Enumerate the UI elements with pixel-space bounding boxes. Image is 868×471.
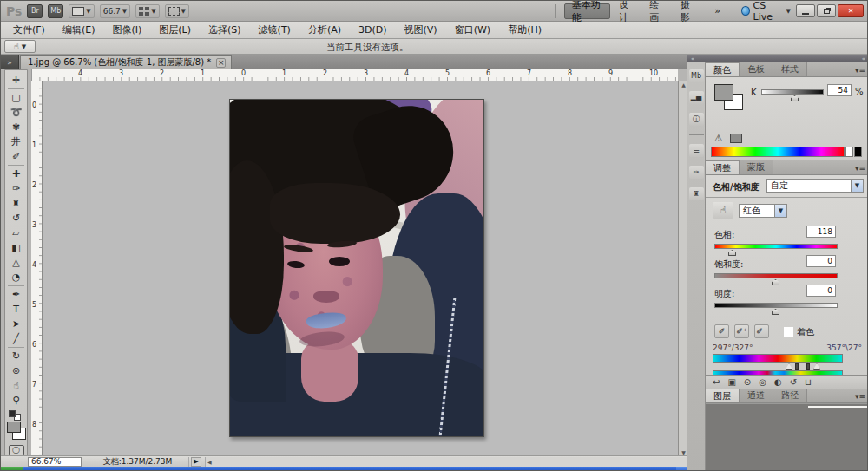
lightness-slider-thumb[interactable] (772, 309, 779, 315)
quick-mask-button[interactable]: ◯ (9, 445, 24, 455)
range-end-handle[interactable] (806, 363, 810, 370)
tool-10[interactable]: ▱ (7, 226, 25, 240)
workspace-button-2[interactable]: 绘画 (642, 3, 671, 19)
tool-19[interactable]: ⊚ (7, 363, 25, 378)
menu-item-5[interactable]: 滤镜(T) (250, 23, 299, 36)
tool-18[interactable]: ↻ (7, 349, 25, 363)
vertical-scrollbar[interactable]: ▲ ▼ (678, 81, 687, 456)
document-tab[interactable]: 1.jpg @ 66.7% (色相/饱和度 1, 图层蒙版/8) * × (20, 55, 232, 69)
panel-dock-header[interactable]: « « (687, 55, 868, 62)
tool-4[interactable]: 井 (7, 134, 25, 149)
workspace-overflow-button[interactable]: » (707, 3, 727, 19)
menu-item-7[interactable]: 3D(D) (350, 24, 396, 36)
saturation-value-field[interactable] (806, 255, 836, 267)
range-falloff-left-handle[interactable] (786, 363, 792, 370)
tool-9[interactable]: ↺ (7, 211, 25, 226)
tool-20[interactable]: ☝ (7, 378, 25, 393)
minimize-button[interactable] (796, 4, 815, 17)
tool-2[interactable]: ➰ (7, 105, 25, 120)
layers-panel-tab-1[interactable]: 通道 (740, 389, 773, 402)
collapse-panels-icon[interactable]: « (691, 56, 694, 62)
on-image-adjustment-button[interactable]: ☝ (713, 202, 733, 219)
workspace-button-3[interactable]: 摄影 (674, 3, 702, 19)
close-button[interactable]: ✕ (838, 4, 864, 17)
tool-1[interactable]: ▢ (7, 90, 25, 105)
canvas-area[interactable] (43, 81, 678, 456)
gamut-warning-icon[interactable]: ⚠ (714, 133, 723, 144)
tool-6[interactable]: ✚ (7, 167, 25, 181)
foreground-color-swatch[interactable] (714, 84, 733, 101)
histogram-icon[interactable]: ▂▅ (689, 91, 704, 104)
scroll-left-icon[interactable]: ◀ (207, 459, 212, 465)
tool-7[interactable]: ✑ (7, 181, 25, 196)
panel-menu-icon[interactable]: ▾≡ (855, 66, 865, 75)
lightness-value-field[interactable] (806, 285, 836, 297)
menu-item-10[interactable]: 帮助(H) (499, 23, 550, 36)
menu-item-4[interactable]: 选择(S) (200, 23, 250, 36)
white-swatch[interactable] (845, 147, 853, 157)
adjustments-panel-tab-0[interactable]: 调整 (706, 160, 740, 174)
panel-menu-icon[interactable]: ▾≡ (855, 392, 865, 401)
tool-3[interactable]: ✾ (7, 120, 25, 134)
mini-bridge-button[interactable]: Mb (48, 4, 63, 18)
zoom-level-control[interactable]: 66.7▼ (100, 4, 130, 18)
collapse-panels-icon[interactable]: « (862, 56, 865, 62)
close-tab-icon[interactable]: × (216, 58, 226, 68)
k-slider-thumb[interactable] (791, 95, 799, 101)
black-swatch[interactable] (854, 147, 862, 157)
previous-state-eye-icon[interactable]: ◎ (759, 377, 766, 387)
workspace-button-1[interactable]: 设计 (612, 3, 641, 19)
tool-12[interactable]: △ (7, 255, 25, 270)
return-to-list-icon[interactable]: ↩ (713, 377, 720, 387)
toggle-view-icon[interactable]: ◐ (774, 377, 782, 387)
tool-0[interactable]: ✛ (7, 73, 25, 88)
tool-16[interactable]: ➤ (7, 317, 25, 331)
menu-item-3[interactable]: 图层(L) (150, 23, 200, 36)
color-panel-tab-1[interactable]: 色板 (740, 62, 773, 76)
tool-11[interactable]: ◧ (7, 240, 25, 255)
menu-item-9[interactable]: 窗口(W) (446, 23, 499, 36)
eyedropper-sample-icon[interactable]: ✐ (714, 324, 729, 338)
status-options-icon[interactable]: ▶ (191, 457, 201, 467)
menu-item-0[interactable]: 文件(F) (4, 23, 54, 36)
bridge-button[interactable]: Br (27, 4, 43, 18)
adjustments-panel-tab-1[interactable]: 蒙版 (740, 160, 773, 174)
reset-icon[interactable]: ↺ (790, 377, 797, 387)
mini-bridge-icon[interactable]: Mb (689, 69, 704, 82)
workspace-button-0[interactable]: 基本功能 (564, 3, 610, 19)
menu-item-6[interactable]: 分析(A) (299, 23, 350, 36)
tool-13[interactable]: ◔ (7, 270, 25, 285)
scroll-up-icon[interactable]: ▲ (680, 82, 687, 88)
tool-17[interactable]: ╱ (7, 331, 25, 346)
hue-slider-thumb[interactable] (728, 250, 736, 256)
horizontal-ruler[interactable]: 4321012345678910 (31, 69, 678, 81)
restore-button[interactable] (817, 4, 836, 17)
screen-mode-button[interactable]: ▼ (165, 4, 189, 18)
hue-value-field[interactable] (806, 226, 836, 238)
preset-dropdown[interactable]: 自定 ▼ (766, 179, 864, 193)
color-panel-tab-2[interactable]: 样式 (773, 62, 807, 76)
adjustments-icon[interactable]: ⚌ (689, 144, 704, 157)
k-channel-slider[interactable] (761, 89, 824, 95)
menu-item-2[interactable]: 图像(I) (103, 23, 150, 36)
foreground-color-swatch[interactable] (7, 422, 21, 433)
brush-presets-icon[interactable]: ✑ (689, 166, 704, 179)
current-tool-preset[interactable]: ☝ ▼ (4, 40, 36, 53)
layers-panel-tab-2[interactable]: 路径 (773, 389, 807, 402)
layers-panel-body[interactable] (706, 403, 868, 471)
colorize-checkbox[interactable] (784, 327, 793, 337)
toolbar-grip[interactable]: » (1, 55, 19, 69)
tool-21[interactable]: ⚲ (7, 393, 25, 408)
layers-panel-tab-0[interactable]: 图层 (706, 389, 740, 402)
saturation-slider-thumb[interactable] (772, 279, 779, 285)
lightness-slider[interactable] (714, 303, 838, 308)
eyedropper-subtract-icon[interactable]: ✐⁻ (754, 324, 769, 338)
visibility-eye-icon[interactable]: ⊙ (744, 377, 751, 387)
tool-14[interactable]: ✒ (7, 287, 25, 302)
range-falloff-right-handle[interactable] (813, 363, 820, 370)
color-spectrum-ramp[interactable] (711, 147, 845, 157)
tool-15[interactable]: T (7, 302, 25, 317)
info-icon[interactable]: ⓘ (689, 113, 704, 126)
menu-item-1[interactable]: 编辑(E) (54, 23, 104, 36)
horizontal-scrollbar[interactable]: ◀ (205, 457, 687, 467)
